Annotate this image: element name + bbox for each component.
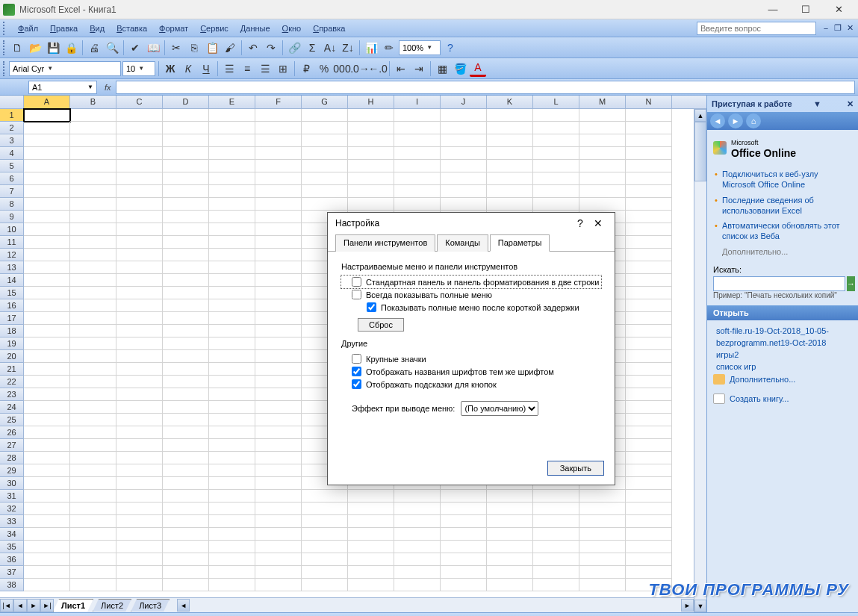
cell[interactable] [24, 566, 70, 579]
cell[interactable] [209, 515, 255, 528]
cell[interactable] [255, 134, 302, 147]
cell[interactable] [255, 464, 302, 477]
cell[interactable] [24, 223, 70, 236]
cell[interactable] [116, 122, 163, 134]
cell[interactable] [394, 172, 441, 185]
cell[interactable] [116, 401, 163, 414]
cell[interactable] [116, 388, 163, 401]
cell[interactable] [163, 198, 209, 211]
row-header-35[interactable]: 35 [0, 541, 24, 553]
cell[interactable] [255, 363, 302, 376]
cell[interactable] [24, 553, 70, 566]
cell[interactable] [441, 566, 487, 579]
cell[interactable] [116, 452, 163, 464]
scroll-left-button[interactable]: ◄ [177, 599, 190, 612]
column-header-K[interactable]: K [487, 96, 533, 108]
row-header-25[interactable]: 25 [0, 414, 24, 426]
cell[interactable] [441, 528, 487, 541]
cell[interactable] [24, 515, 70, 528]
menu-правка[interactable]: Правка [44, 22, 84, 34]
cell[interactable] [394, 541, 441, 553]
ask-question-input[interactable] [697, 22, 816, 35]
cell[interactable] [163, 122, 209, 134]
cell[interactable] [209, 376, 255, 388]
cell[interactable] [209, 566, 255, 579]
cell[interactable] [533, 134, 579, 147]
cell[interactable] [163, 325, 209, 337]
taskpane-link[interactable]: Последние сведения об использовании Exce… [713, 193, 852, 219]
cell[interactable] [255, 223, 302, 236]
cell[interactable] [70, 464, 116, 477]
cell[interactable] [116, 223, 163, 236]
row-header-9[interactable]: 9 [0, 211, 24, 223]
checkbox-two-rows[interactable]: Стандартная панель и панель форматирован… [341, 276, 601, 288]
cell[interactable] [255, 198, 302, 211]
cell[interactable] [24, 134, 70, 147]
name-box[interactable]: A1▼ [28, 81, 97, 94]
column-header-L[interactable]: L [533, 96, 579, 108]
cell[interactable] [626, 134, 672, 147]
align-center-icon[interactable]: ≡ [239, 60, 255, 77]
taskpane-dropdown-icon[interactable]: ▼ [813, 99, 821, 108]
column-header-G[interactable]: G [302, 96, 348, 108]
cell[interactable] [579, 198, 626, 211]
cell[interactable] [302, 553, 348, 566]
research-icon[interactable]: 📖 [145, 40, 161, 56]
cell[interactable] [24, 541, 70, 553]
cell[interactable] [163, 541, 209, 553]
column-header-I[interactable]: I [394, 96, 441, 108]
row-header-13[interactable]: 13 [0, 261, 24, 274]
checkbox-after-delay[interactable]: Показывать полные меню после короткой за… [341, 301, 601, 314]
cell[interactable] [533, 541, 579, 553]
cell[interactable] [209, 477, 255, 490]
cell[interactable] [626, 503, 672, 515]
cell[interactable] [209, 401, 255, 414]
row-header-37[interactable]: 37 [0, 566, 24, 579]
cell[interactable] [626, 223, 672, 236]
cell[interactable] [24, 503, 70, 515]
cell[interactable] [163, 287, 209, 299]
cell[interactable] [209, 490, 255, 503]
cell[interactable] [255, 160, 302, 172]
cell[interactable] [24, 160, 70, 172]
underline-icon[interactable]: Ч [198, 60, 214, 77]
cell[interactable] [626, 464, 672, 477]
cell[interactable] [302, 566, 348, 579]
cell[interactable] [24, 337, 70, 350]
cell[interactable] [70, 376, 116, 388]
mdi-minimize-button[interactable]: − [821, 23, 831, 34]
row-header-16[interactable]: 16 [0, 299, 24, 312]
cell[interactable] [626, 363, 672, 376]
cell[interactable] [255, 490, 302, 503]
row-header-1[interactable]: 1 [0, 109, 24, 122]
cell[interactable] [626, 185, 672, 198]
row-header-15[interactable]: 15 [0, 287, 24, 299]
mdi-close-button[interactable]: ✕ [845, 23, 855, 34]
cell[interactable] [302, 515, 348, 528]
row-header-2[interactable]: 2 [0, 122, 24, 134]
recent-file-link[interactable]: soft-file.ru-19-Oct-2018_10-05- [713, 325, 852, 337]
cell[interactable] [70, 198, 116, 211]
cell[interactable] [579, 147, 626, 160]
cell[interactable] [116, 147, 163, 160]
cell[interactable] [394, 579, 441, 591]
cell[interactable] [70, 261, 116, 274]
column-header-C[interactable]: C [116, 96, 163, 108]
cell[interactable] [579, 185, 626, 198]
cell[interactable] [70, 452, 116, 464]
cell[interactable] [626, 147, 672, 160]
sheet-tab-3[interactable]: Лист3 [131, 599, 170, 612]
row-header-3[interactable]: 3 [0, 134, 24, 147]
cell[interactable] [116, 376, 163, 388]
menu-файл[interactable]: Файл [12, 22, 44, 34]
cell[interactable] [163, 299, 209, 312]
cell[interactable] [209, 414, 255, 426]
cell[interactable] [348, 198, 394, 211]
cell[interactable] [441, 109, 487, 122]
close-button[interactable]: ✕ [822, 1, 855, 19]
cell[interactable] [533, 198, 579, 211]
zoom-dropdown[interactable]: 100%▼ [399, 40, 441, 55]
cell[interactable] [70, 579, 116, 591]
cell[interactable] [116, 528, 163, 541]
create-workbook-link[interactable]: Создать книгу... [713, 392, 852, 405]
